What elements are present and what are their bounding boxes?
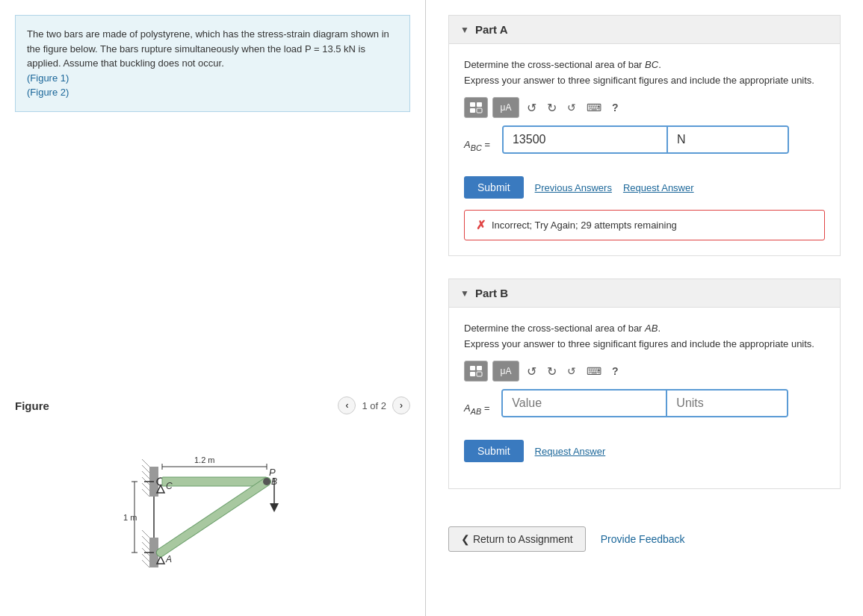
part-a-error-text: Incorrect; Try Again; 29 attempts remain… bbox=[492, 220, 677, 231]
figure-diagram: C A B P 1.2 m bbox=[78, 422, 347, 571]
svg-line-4 bbox=[142, 477, 149, 485]
svg-line-3 bbox=[142, 471, 149, 479]
reset-button-b[interactable]: ↺ bbox=[564, 364, 579, 379]
reset-button-a[interactable]: ↺ bbox=[564, 100, 579, 115]
help-button-b[interactable]: ? bbox=[609, 364, 622, 379]
part-b-header[interactable]: ▼ Part B bbox=[448, 279, 841, 308]
help-button-a[interactable]: ? bbox=[609, 100, 622, 115]
right-panel: ▼ Part A Determine the cross-sectional a… bbox=[426, 0, 863, 616]
svg-rect-42 bbox=[470, 366, 475, 370]
part-a-question: Determine the cross-sectional area of ba… bbox=[464, 59, 825, 70]
figure-prev-button[interactable]: ‹ bbox=[338, 396, 356, 414]
svg-line-2 bbox=[142, 465, 149, 473]
part-a-request-answer-button[interactable]: Request Answer bbox=[623, 182, 694, 193]
problem-text: The two bars are made of polystyrene, wh… bbox=[15, 15, 410, 112]
figure-next-button[interactable]: › bbox=[392, 396, 410, 414]
redo-button-b[interactable]: ↻ bbox=[544, 363, 560, 380]
part-b-buttons: Submit Request Answer bbox=[464, 440, 825, 462]
svg-line-1 bbox=[142, 459, 149, 467]
part-a-input-group bbox=[502, 125, 789, 154]
part-b-value-input[interactable] bbox=[503, 391, 667, 416]
part-b-section: ▼ Part B Determine the cross-sectional a… bbox=[448, 279, 841, 489]
part-a-label: ABC = bbox=[464, 139, 490, 152]
part-b-instruction: Express your answer to three significant… bbox=[464, 338, 825, 349]
part-b-title: Part B bbox=[475, 287, 508, 299]
part-b-units-input[interactable] bbox=[667, 391, 787, 416]
undo-button-b[interactable]: ↺ bbox=[524, 363, 539, 380]
part-a-prev-answers-button[interactable]: Previous Answers bbox=[535, 182, 612, 193]
svg-rect-41 bbox=[477, 108, 482, 113]
grid-icon-b[interactable] bbox=[464, 361, 488, 382]
figure-header: Figure ‹ 1 of 2 › bbox=[15, 396, 410, 414]
part-a-error-box: ✗ Incorrect; Try Again; 29 attempts rema… bbox=[464, 210, 825, 240]
part-a-header[interactable]: ▼ Part A bbox=[448, 15, 841, 44]
keyboard-button-b[interactable]: ⌨ bbox=[584, 364, 604, 379]
part-a-buttons: Submit Previous Answers Request Answer bbox=[464, 176, 825, 199]
svg-line-9 bbox=[142, 536, 149, 544]
redo-button-a[interactable]: ↻ bbox=[544, 99, 560, 116]
figure-nav: ‹ 1 of 2 › bbox=[338, 396, 410, 414]
svg-line-13 bbox=[142, 560, 149, 567]
svg-text:A: A bbox=[165, 554, 172, 564]
svg-line-8 bbox=[142, 530, 149, 538]
part-a-content: Determine the cross-sectional area of ba… bbox=[448, 44, 841, 256]
part-b-content: Determine the cross-sectional area of ba… bbox=[448, 308, 841, 489]
svg-rect-43 bbox=[477, 366, 482, 370]
bottom-actions: ❮ Return to Assignment Provide Feedback bbox=[448, 511, 841, 552]
part-a-section: ▼ Part A Determine the cross-sectional a… bbox=[448, 15, 841, 256]
part-a-submit-button[interactable]: Submit bbox=[464, 176, 524, 199]
svg-line-21 bbox=[161, 482, 267, 553]
part-b-question: Determine the cross-sectional area of ba… bbox=[464, 323, 825, 334]
problem-description: The two bars are made of polystyrene, wh… bbox=[27, 28, 389, 69]
part-a-arrow: ▼ bbox=[460, 25, 469, 35]
svg-line-6 bbox=[142, 489, 149, 497]
svg-rect-38 bbox=[470, 102, 475, 107]
part-a-instruction: Express your answer to three significant… bbox=[464, 75, 825, 86]
keyboard-button-a[interactable]: ⌨ bbox=[584, 100, 604, 115]
grid-icon-a[interactable] bbox=[464, 97, 488, 118]
figure-page: 1 of 2 bbox=[362, 400, 386, 411]
part-a-title: Part A bbox=[475, 23, 508, 36]
undo-button-a[interactable]: ↺ bbox=[524, 99, 539, 116]
svg-line-11 bbox=[142, 548, 149, 556]
svg-rect-44 bbox=[470, 372, 475, 376]
part-b-toolbar: μA ↺ ↻ ↺ ⌨ ? bbox=[464, 361, 825, 382]
mu-icon-a[interactable]: μA bbox=[492, 97, 519, 118]
mu-icon-b[interactable]: μA bbox=[492, 361, 519, 382]
svg-line-12 bbox=[142, 554, 149, 561]
svg-text:P: P bbox=[269, 467, 276, 478]
svg-rect-40 bbox=[470, 108, 475, 113]
svg-point-22 bbox=[263, 478, 270, 485]
part-b-arrow: ▼ bbox=[460, 288, 469, 299]
svg-line-10 bbox=[142, 542, 149, 550]
svg-line-5 bbox=[142, 483, 149, 491]
part-a-value-input[interactable] bbox=[504, 127, 668, 152]
svg-text:C: C bbox=[166, 481, 173, 491]
figure1-link[interactable]: (Figure 1) bbox=[27, 72, 69, 84]
svg-rect-19 bbox=[162, 477, 267, 486]
part-b-label: AAB = bbox=[464, 402, 489, 416]
figure-area: Figure ‹ 1 of 2 › bbox=[0, 396, 425, 571]
return-to-assignment-button[interactable]: ❮ Return to Assignment bbox=[448, 526, 586, 552]
part-a-units-input[interactable] bbox=[668, 127, 788, 152]
svg-text:1.2 m: 1.2 m bbox=[194, 455, 215, 464]
svg-rect-39 bbox=[477, 102, 482, 107]
error-icon-a: ✗ bbox=[476, 218, 486, 232]
provide-feedback-link[interactable]: Provide Feedback bbox=[601, 533, 685, 545]
figure2-link[interactable]: (Figure 2) bbox=[27, 87, 69, 98]
part-a-toolbar: μA ↺ ↻ ↺ ⌨ ? bbox=[464, 97, 825, 118]
svg-text:1 m: 1 m bbox=[123, 513, 137, 522]
svg-rect-45 bbox=[477, 372, 482, 376]
part-b-submit-button[interactable]: Submit bbox=[464, 440, 524, 462]
part-b-request-answer-button[interactable]: Request Answer bbox=[535, 446, 606, 457]
part-b-input-group bbox=[501, 389, 788, 417]
figure-label: Figure bbox=[15, 399, 49, 412]
